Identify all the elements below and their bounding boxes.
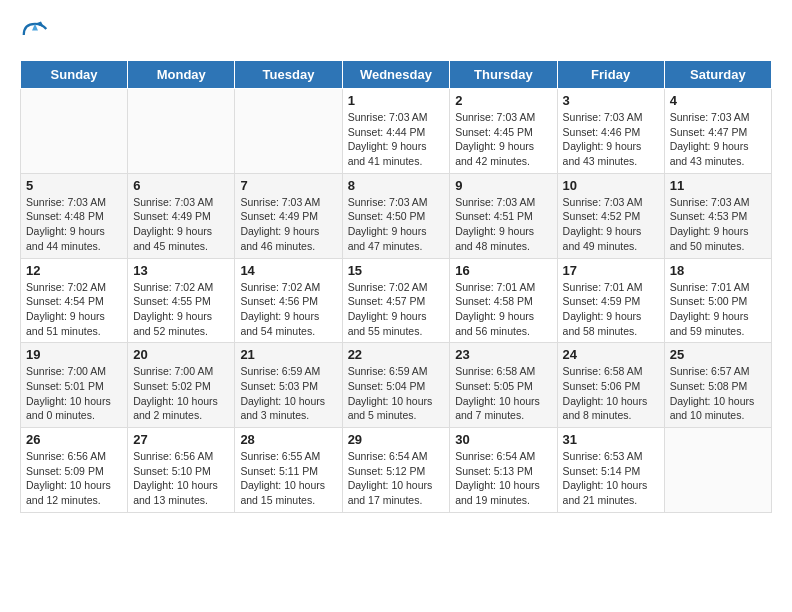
day-info: Sunrise: 7:03 AM Sunset: 4:45 PM Dayligh… [455, 110, 551, 169]
day-info: Sunrise: 7:01 AM Sunset: 4:58 PM Dayligh… [455, 280, 551, 339]
day-number: 30 [455, 432, 551, 447]
day-number: 3 [563, 93, 659, 108]
calendar-cell: 18Sunrise: 7:01 AM Sunset: 5:00 PM Dayli… [664, 258, 771, 343]
day-number: 20 [133, 347, 229, 362]
calendar-cell: 2Sunrise: 7:03 AM Sunset: 4:45 PM Daylig… [450, 89, 557, 174]
day-info: Sunrise: 6:56 AM Sunset: 5:09 PM Dayligh… [26, 449, 122, 508]
day-info: Sunrise: 7:00 AM Sunset: 5:01 PM Dayligh… [26, 364, 122, 423]
day-info: Sunrise: 7:01 AM Sunset: 4:59 PM Dayligh… [563, 280, 659, 339]
calendar-cell: 16Sunrise: 7:01 AM Sunset: 4:58 PM Dayli… [450, 258, 557, 343]
day-info: Sunrise: 7:03 AM Sunset: 4:49 PM Dayligh… [133, 195, 229, 254]
calendar-cell [664, 428, 771, 513]
day-number: 21 [240, 347, 336, 362]
calendar-cell: 19Sunrise: 7:00 AM Sunset: 5:01 PM Dayli… [21, 343, 128, 428]
calendar-cell: 30Sunrise: 6:54 AM Sunset: 5:13 PM Dayli… [450, 428, 557, 513]
day-info: Sunrise: 7:01 AM Sunset: 5:00 PM Dayligh… [670, 280, 766, 339]
day-number: 26 [26, 432, 122, 447]
day-number: 31 [563, 432, 659, 447]
day-number: 17 [563, 263, 659, 278]
logo [20, 20, 54, 50]
day-info: Sunrise: 6:56 AM Sunset: 5:10 PM Dayligh… [133, 449, 229, 508]
day-info: Sunrise: 6:53 AM Sunset: 5:14 PM Dayligh… [563, 449, 659, 508]
weekday-monday: Monday [128, 61, 235, 89]
day-number: 7 [240, 178, 336, 193]
calendar-cell: 12Sunrise: 7:02 AM Sunset: 4:54 PM Dayli… [21, 258, 128, 343]
day-number: 6 [133, 178, 229, 193]
weekday-friday: Friday [557, 61, 664, 89]
calendar-cell: 15Sunrise: 7:02 AM Sunset: 4:57 PM Dayli… [342, 258, 450, 343]
calendar-cell: 3Sunrise: 7:03 AM Sunset: 4:46 PM Daylig… [557, 89, 664, 174]
day-info: Sunrise: 6:59 AM Sunset: 5:04 PM Dayligh… [348, 364, 445, 423]
day-number: 10 [563, 178, 659, 193]
day-info: Sunrise: 6:54 AM Sunset: 5:13 PM Dayligh… [455, 449, 551, 508]
weekday-sunday: Sunday [21, 61, 128, 89]
day-info: Sunrise: 7:03 AM Sunset: 4:51 PM Dayligh… [455, 195, 551, 254]
day-info: Sunrise: 6:55 AM Sunset: 5:11 PM Dayligh… [240, 449, 336, 508]
day-number: 22 [348, 347, 445, 362]
day-number: 1 [348, 93, 445, 108]
day-info: Sunrise: 7:03 AM Sunset: 4:49 PM Dayligh… [240, 195, 336, 254]
calendar-cell: 27Sunrise: 6:56 AM Sunset: 5:10 PM Dayli… [128, 428, 235, 513]
day-number: 29 [348, 432, 445, 447]
calendar-cell: 28Sunrise: 6:55 AM Sunset: 5:11 PM Dayli… [235, 428, 342, 513]
calendar-cell: 7Sunrise: 7:03 AM Sunset: 4:49 PM Daylig… [235, 173, 342, 258]
calendar-cell: 4Sunrise: 7:03 AM Sunset: 4:47 PM Daylig… [664, 89, 771, 174]
day-info: Sunrise: 7:03 AM Sunset: 4:47 PM Dayligh… [670, 110, 766, 169]
day-info: Sunrise: 6:59 AM Sunset: 5:03 PM Dayligh… [240, 364, 336, 423]
day-info: Sunrise: 7:03 AM Sunset: 4:52 PM Dayligh… [563, 195, 659, 254]
calendar-cell [21, 89, 128, 174]
day-info: Sunrise: 7:02 AM Sunset: 4:54 PM Dayligh… [26, 280, 122, 339]
calendar-cell: 24Sunrise: 6:58 AM Sunset: 5:06 PM Dayli… [557, 343, 664, 428]
calendar-week-row: 5Sunrise: 7:03 AM Sunset: 4:48 PM Daylig… [21, 173, 772, 258]
calendar-cell: 13Sunrise: 7:02 AM Sunset: 4:55 PM Dayli… [128, 258, 235, 343]
calendar-cell [235, 89, 342, 174]
day-number: 28 [240, 432, 336, 447]
day-number: 12 [26, 263, 122, 278]
day-info: Sunrise: 6:58 AM Sunset: 5:06 PM Dayligh… [563, 364, 659, 423]
day-number: 2 [455, 93, 551, 108]
calendar-body: 1Sunrise: 7:03 AM Sunset: 4:44 PM Daylig… [21, 89, 772, 513]
calendar-cell: 14Sunrise: 7:02 AM Sunset: 4:56 PM Dayli… [235, 258, 342, 343]
calendar-week-row: 12Sunrise: 7:02 AM Sunset: 4:54 PM Dayli… [21, 258, 772, 343]
day-number: 13 [133, 263, 229, 278]
calendar-cell: 22Sunrise: 6:59 AM Sunset: 5:04 PM Dayli… [342, 343, 450, 428]
day-number: 9 [455, 178, 551, 193]
calendar-cell: 29Sunrise: 6:54 AM Sunset: 5:12 PM Dayli… [342, 428, 450, 513]
calendar-header: SundayMondayTuesdayWednesdayThursdayFrid… [21, 61, 772, 89]
page-header [20, 20, 772, 50]
weekday-tuesday: Tuesday [235, 61, 342, 89]
calendar-cell: 8Sunrise: 7:03 AM Sunset: 4:50 PM Daylig… [342, 173, 450, 258]
day-info: Sunrise: 6:58 AM Sunset: 5:05 PM Dayligh… [455, 364, 551, 423]
day-number: 5 [26, 178, 122, 193]
day-number: 24 [563, 347, 659, 362]
calendar-cell: 1Sunrise: 7:03 AM Sunset: 4:44 PM Daylig… [342, 89, 450, 174]
day-info: Sunrise: 7:03 AM Sunset: 4:50 PM Dayligh… [348, 195, 445, 254]
day-number: 18 [670, 263, 766, 278]
day-info: Sunrise: 6:57 AM Sunset: 5:08 PM Dayligh… [670, 364, 766, 423]
day-info: Sunrise: 6:54 AM Sunset: 5:12 PM Dayligh… [348, 449, 445, 508]
day-number: 23 [455, 347, 551, 362]
weekday-row: SundayMondayTuesdayWednesdayThursdayFrid… [21, 61, 772, 89]
calendar-cell: 9Sunrise: 7:03 AM Sunset: 4:51 PM Daylig… [450, 173, 557, 258]
day-info: Sunrise: 7:03 AM Sunset: 4:44 PM Dayligh… [348, 110, 445, 169]
day-info: Sunrise: 7:02 AM Sunset: 4:56 PM Dayligh… [240, 280, 336, 339]
calendar-cell: 25Sunrise: 6:57 AM Sunset: 5:08 PM Dayli… [664, 343, 771, 428]
calendar-week-row: 1Sunrise: 7:03 AM Sunset: 4:44 PM Daylig… [21, 89, 772, 174]
calendar-cell: 20Sunrise: 7:00 AM Sunset: 5:02 PM Dayli… [128, 343, 235, 428]
calendar-cell: 6Sunrise: 7:03 AM Sunset: 4:49 PM Daylig… [128, 173, 235, 258]
day-info: Sunrise: 7:03 AM Sunset: 4:46 PM Dayligh… [563, 110, 659, 169]
day-number: 8 [348, 178, 445, 193]
calendar-week-row: 26Sunrise: 6:56 AM Sunset: 5:09 PM Dayli… [21, 428, 772, 513]
day-number: 16 [455, 263, 551, 278]
calendar-table: SundayMondayTuesdayWednesdayThursdayFrid… [20, 60, 772, 513]
calendar-cell: 21Sunrise: 6:59 AM Sunset: 5:03 PM Dayli… [235, 343, 342, 428]
calendar-cell: 31Sunrise: 6:53 AM Sunset: 5:14 PM Dayli… [557, 428, 664, 513]
day-number: 27 [133, 432, 229, 447]
day-info: Sunrise: 7:02 AM Sunset: 4:55 PM Dayligh… [133, 280, 229, 339]
weekday-saturday: Saturday [664, 61, 771, 89]
calendar-cell: 26Sunrise: 6:56 AM Sunset: 5:09 PM Dayli… [21, 428, 128, 513]
day-number: 15 [348, 263, 445, 278]
calendar-cell: 11Sunrise: 7:03 AM Sunset: 4:53 PM Dayli… [664, 173, 771, 258]
day-number: 4 [670, 93, 766, 108]
day-number: 14 [240, 263, 336, 278]
